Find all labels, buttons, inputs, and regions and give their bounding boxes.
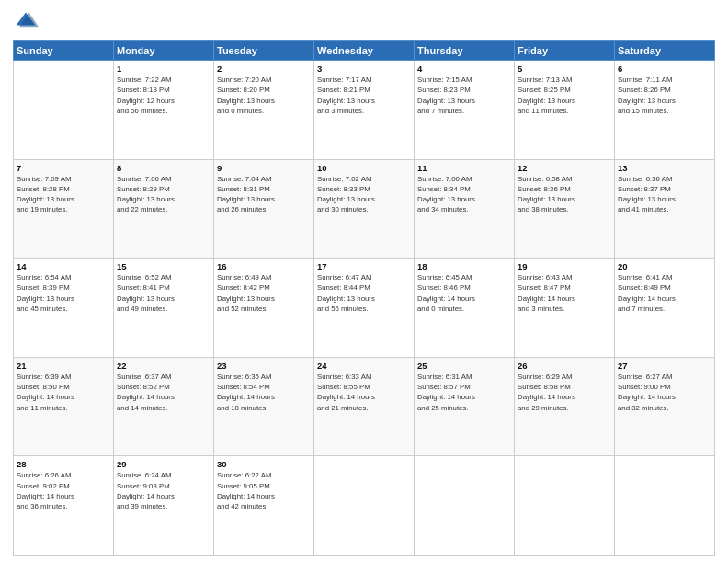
column-header-tuesday: Tuesday: [214, 41, 314, 61]
day-number: 13: [618, 163, 711, 173]
day-cell: 18Sunrise: 6:45 AMSunset: 8:46 PMDayligh…: [415, 259, 515, 358]
logo: [13, 9, 42, 35]
day-number: 21: [17, 361, 110, 371]
day-cell: 4Sunrise: 7:15 AMSunset: 8:23 PMDaylight…: [415, 61, 515, 160]
day-info: Sunrise: 6:54 AMSunset: 8:39 PMDaylight:…: [17, 272, 110, 314]
day-cell: 28Sunrise: 6:26 AMSunset: 9:02 PMDayligh…: [14, 456, 114, 556]
day-number: 22: [117, 361, 210, 371]
week-row-3: 14Sunrise: 6:54 AMSunset: 8:39 PMDayligh…: [14, 259, 715, 358]
day-number: 30: [217, 459, 311, 469]
day-number: 20: [618, 261, 711, 271]
day-number: 29: [117, 459, 210, 469]
day-cell: 8Sunrise: 7:06 AMSunset: 8:29 PMDaylight…: [114, 159, 214, 259]
day-cell: [615, 456, 715, 556]
day-cell: 10Sunrise: 7:02 AMSunset: 8:33 PMDayligh…: [314, 159, 415, 259]
day-info: Sunrise: 6:24 AMSunset: 9:03 PMDaylight:…: [117, 470, 210, 511]
day-info: Sunrise: 6:27 AMSunset: 9:00 PMDaylight:…: [618, 372, 711, 413]
day-cell: [14, 61, 114, 160]
day-cell: [515, 456, 615, 556]
day-number: 24: [317, 361, 411, 371]
day-number: 8: [117, 163, 210, 173]
day-number: 27: [618, 361, 711, 371]
day-cell: 3Sunrise: 7:17 AMSunset: 8:21 PMDaylight…: [314, 61, 415, 160]
column-header-sunday: Sunday: [14, 41, 114, 61]
day-info: Sunrise: 7:00 AMSunset: 8:34 PMDaylight:…: [417, 174, 511, 215]
week-row-5: 28Sunrise: 6:26 AMSunset: 9:02 PMDayligh…: [14, 456, 715, 556]
day-cell: 20Sunrise: 6:41 AMSunset: 8:49 PMDayligh…: [615, 259, 715, 358]
day-cell: 15Sunrise: 6:52 AMSunset: 8:41 PMDayligh…: [114, 259, 214, 358]
day-cell: 9Sunrise: 7:04 AMSunset: 8:31 PMDaylight…: [214, 159, 314, 259]
day-number: 7: [17, 163, 110, 173]
week-row-1: 1Sunrise: 7:22 AMSunset: 8:18 PMDaylight…: [14, 61, 715, 160]
day-cell: 26Sunrise: 6:29 AMSunset: 8:58 PMDayligh…: [515, 357, 615, 456]
column-header-saturday: Saturday: [615, 41, 715, 61]
day-cell: 1Sunrise: 7:22 AMSunset: 8:18 PMDaylight…: [114, 61, 214, 160]
day-cell: 30Sunrise: 6:22 AMSunset: 9:05 PMDayligh…: [214, 456, 314, 556]
day-number: 26: [518, 361, 611, 371]
page: SundayMondayTuesdayWednesdayThursdayFrid…: [0, 0, 728, 563]
day-info: Sunrise: 6:52 AMSunset: 8:41 PMDaylight:…: [117, 272, 210, 314]
day-cell: 19Sunrise: 6:43 AMSunset: 8:47 PMDayligh…: [515, 259, 615, 358]
day-info: Sunrise: 6:41 AMSunset: 8:49 PMDaylight:…: [618, 272, 711, 314]
day-cell: 24Sunrise: 6:33 AMSunset: 8:55 PMDayligh…: [314, 357, 415, 456]
day-number: 1: [117, 63, 210, 74]
day-cell: 27Sunrise: 6:27 AMSunset: 9:00 PMDayligh…: [615, 357, 715, 456]
column-header-wednesday: Wednesday: [314, 41, 415, 61]
day-cell: 14Sunrise: 6:54 AMSunset: 8:39 PMDayligh…: [14, 259, 114, 358]
day-info: Sunrise: 7:17 AMSunset: 8:21 PMDaylight:…: [317, 75, 411, 116]
day-info: Sunrise: 6:45 AMSunset: 8:46 PMDaylight:…: [417, 272, 511, 314]
day-number: 5: [518, 63, 611, 74]
header-row: SundayMondayTuesdayWednesdayThursdayFrid…: [14, 41, 715, 61]
day-cell: 13Sunrise: 6:56 AMSunset: 8:37 PMDayligh…: [615, 159, 715, 259]
day-info: Sunrise: 7:02 AMSunset: 8:33 PMDaylight:…: [317, 174, 411, 215]
day-info: Sunrise: 6:31 AMSunset: 8:57 PMDaylight:…: [417, 372, 511, 413]
day-number: 6: [618, 63, 711, 74]
column-header-thursday: Thursday: [415, 41, 515, 61]
day-info: Sunrise: 7:22 AMSunset: 8:18 PMDaylight:…: [117, 75, 210, 116]
day-cell: 2Sunrise: 7:20 AMSunset: 8:20 PMDaylight…: [214, 61, 314, 160]
day-info: Sunrise: 6:37 AMSunset: 8:52 PMDaylight:…: [117, 372, 210, 413]
day-number: 28: [17, 459, 110, 469]
day-info: Sunrise: 6:35 AMSunset: 8:54 PMDaylight:…: [217, 372, 311, 413]
day-info: Sunrise: 7:15 AMSunset: 8:23 PMDaylight:…: [417, 75, 511, 116]
day-cell: 16Sunrise: 6:49 AMSunset: 8:42 PMDayligh…: [214, 259, 314, 358]
day-info: Sunrise: 6:22 AMSunset: 9:05 PMDaylight:…: [217, 470, 311, 511]
day-number: 16: [217, 261, 311, 271]
column-header-friday: Friday: [515, 41, 615, 61]
day-number: 23: [217, 361, 311, 371]
day-number: 10: [317, 163, 411, 173]
day-number: 14: [17, 261, 110, 271]
day-cell: [415, 456, 515, 556]
day-info: Sunrise: 6:29 AMSunset: 8:58 PMDaylight:…: [518, 372, 611, 413]
logo-icon: [13, 9, 39, 35]
column-header-monday: Monday: [114, 41, 214, 61]
day-number: 11: [417, 163, 511, 173]
day-number: 25: [417, 361, 511, 371]
day-cell: 5Sunrise: 7:13 AMSunset: 8:25 PMDaylight…: [515, 61, 615, 160]
day-info: Sunrise: 6:26 AMSunset: 9:02 PMDaylight:…: [17, 470, 110, 511]
day-cell: 29Sunrise: 6:24 AMSunset: 9:03 PMDayligh…: [114, 456, 214, 556]
week-row-2: 7Sunrise: 7:09 AMSunset: 8:28 PMDaylight…: [14, 159, 715, 259]
day-info: Sunrise: 6:56 AMSunset: 8:37 PMDaylight:…: [618, 174, 711, 215]
day-cell: 22Sunrise: 6:37 AMSunset: 8:52 PMDayligh…: [114, 357, 214, 456]
day-info: Sunrise: 6:33 AMSunset: 8:55 PMDaylight:…: [317, 372, 411, 413]
day-number: 9: [217, 163, 311, 173]
day-number: 2: [217, 63, 311, 74]
week-row-4: 21Sunrise: 6:39 AMSunset: 8:50 PMDayligh…: [14, 357, 715, 456]
day-number: 3: [317, 63, 411, 74]
day-number: 4: [417, 63, 511, 74]
day-info: Sunrise: 6:43 AMSunset: 8:47 PMDaylight:…: [518, 272, 611, 314]
day-info: Sunrise: 7:20 AMSunset: 8:20 PMDaylight:…: [217, 75, 311, 116]
day-info: Sunrise: 6:49 AMSunset: 8:42 PMDaylight:…: [217, 272, 311, 314]
day-cell: 7Sunrise: 7:09 AMSunset: 8:28 PMDaylight…: [14, 159, 114, 259]
day-cell: 25Sunrise: 6:31 AMSunset: 8:57 PMDayligh…: [415, 357, 515, 456]
day-cell: 11Sunrise: 7:00 AMSunset: 8:34 PMDayligh…: [415, 159, 515, 259]
header: [13, 9, 715, 35]
day-info: Sunrise: 7:04 AMSunset: 8:31 PMDaylight:…: [217, 174, 311, 215]
day-cell: [314, 456, 415, 556]
day-info: Sunrise: 6:39 AMSunset: 8:50 PMDaylight:…: [17, 372, 110, 413]
calendar-table: SundayMondayTuesdayWednesdayThursdayFrid…: [13, 40, 715, 556]
day-info: Sunrise: 7:09 AMSunset: 8:28 PMDaylight:…: [17, 174, 110, 215]
day-cell: 12Sunrise: 6:58 AMSunset: 8:36 PMDayligh…: [515, 159, 615, 259]
day-cell: 23Sunrise: 6:35 AMSunset: 8:54 PMDayligh…: [214, 357, 314, 456]
